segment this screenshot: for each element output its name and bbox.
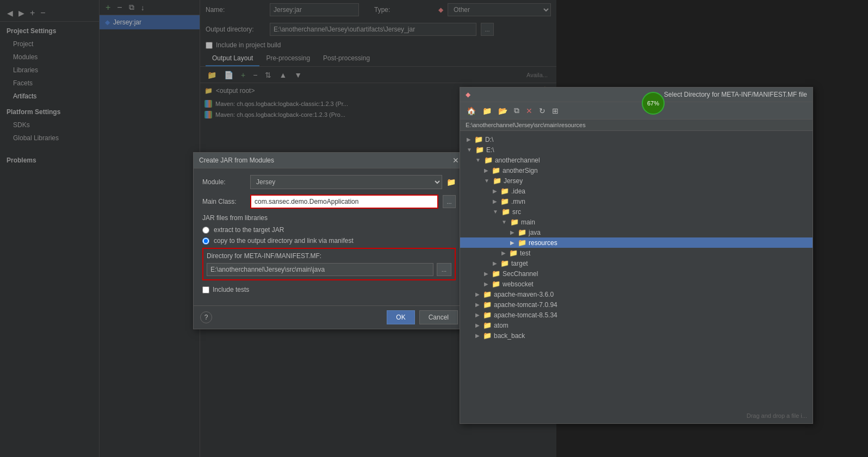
dir-input[interactable] — [207, 263, 433, 276]
cancel-btn[interactable]: Cancel — [419, 310, 458, 324]
create-jar-dialog-title: Create JAR from Modules ✕ — [194, 153, 464, 168]
arrow-right-icon: ▶ — [475, 322, 480, 328]
radio-copy-row: copy to the output directory and link vi… — [202, 237, 456, 245]
dir-home-btn[interactable]: 🏠 — [464, 105, 478, 116]
directory-section: Directory for META-INF/MANIFEST.MF: ... — [202, 248, 456, 280]
extract-radio[interactable] — [202, 227, 209, 234]
dir-expand-btn[interactable]: ⊞ — [550, 105, 561, 116]
arrow-right-icon: ▶ — [493, 198, 497, 204]
dir-tree: ▶ 📁 D:\ ▼ 📁 E:\ ▼ 📁 anotherchannel — [460, 131, 813, 414]
jar-files-label: JAR files from libraries — [202, 214, 456, 222]
include-tests-checkbox[interactable] — [202, 286, 209, 293]
tree-item-back-back[interactable]: ▶ 📁 back_back — [460, 330, 813, 341]
arrow-down-icon: ▼ — [484, 178, 489, 184]
include-tests-row: Include tests — [202, 286, 456, 293]
folder-icon: 📁 — [510, 218, 519, 226]
select-dir-dialog: ◆ Select Directory for META-INF/MANIFEST… — [460, 87, 813, 424]
arrow-right-icon: ▶ — [475, 302, 480, 308]
folder-icon: 📁 — [492, 270, 500, 278]
main-class-label: Main Class: — [202, 198, 246, 205]
dir-browse-btn[interactable]: ... — [437, 263, 451, 276]
tree-item-main[interactable]: ▼ 📁 main — [460, 217, 813, 227]
arrow-right-icon: ▶ — [493, 260, 497, 266]
tree-item-websocket[interactable]: ▶ 📁 websocket — [460, 279, 813, 289]
dir-delete-btn[interactable]: ✕ — [524, 105, 535, 116]
tree-item-apache-tomcat-7[interactable]: ▶ 📁 apache-tomcat-7.0.94 — [460, 299, 813, 310]
folder-icon: 📁 — [475, 146, 484, 154]
tree-item-apache-tomcat-8[interactable]: ▶ 📁 apache-tomcat-8.5.34 — [460, 310, 813, 320]
ok-btn[interactable]: OK — [387, 310, 414, 324]
progress-indicator: 67% — [640, 90, 667, 117]
tree-item-anothersign[interactable]: ▶ 📁 anotherSign — [460, 165, 813, 176]
folder-icon: 📁 — [483, 321, 492, 329]
arrow-right-icon: ▶ — [510, 229, 514, 235]
folder-icon: 📁 — [518, 228, 526, 236]
drag-drop-hint: Drag and drop a file i... — [747, 412, 807, 419]
copy-radio[interactable] — [202, 237, 209, 245]
tree-item-resources[interactable]: ▶ 📁 resources — [460, 237, 813, 248]
module-row: Module: Jersey 📁 — [202, 175, 456, 189]
arrow-right-icon: ▶ — [475, 333, 480, 339]
folder-icon: 📁 — [474, 135, 483, 143]
arrow-right-icon: ▶ — [475, 312, 480, 318]
dir-new-folder-btn[interactable]: 📂 — [496, 105, 510, 116]
folder-icon: 📁 — [500, 259, 509, 267]
folder-icon: 📁 — [484, 156, 493, 164]
arrow-right-icon: ▶ — [475, 291, 480, 297]
tree-item-apache-maven[interactable]: ▶ 📁 apache-maven-3.6.0 — [460, 289, 813, 299]
tree-item-atom[interactable]: ▶ 📁 atom — [460, 320, 813, 330]
radio-extract-row: extract to the target JAR — [202, 226, 456, 234]
extract-radio-label: extract to the target JAR — [214, 226, 284, 234]
main-class-row: Main Class: ... — [202, 195, 456, 209]
help-btn[interactable]: ? — [200, 311, 212, 323]
folder-icon: 📁 — [509, 249, 518, 257]
arrow-down-icon: ▼ — [467, 147, 472, 153]
tree-item-mvn[interactable]: ▶ 📁 .mvn — [460, 196, 813, 206]
tree-item-test[interactable]: ▶ 📁 test — [460, 248, 813, 258]
tree-item-anotherchannel[interactable]: ▼ 📁 anotherchannel — [460, 155, 813, 165]
folder-icon: 📁 — [483, 331, 492, 340]
dir-section-label: Directory for META-INF/MANIFEST.MF: — [207, 252, 451, 260]
create-jar-dialog-footer: ? OK Cancel — [194, 305, 464, 329]
select-dir-toolbar: 🏠 📁 📂 ⧉ ✕ ↻ ⊞ — [460, 102, 813, 120]
tree-item-d[interactable]: ▶ 📁 D:\ — [460, 134, 813, 145]
dir-input-row: ... — [207, 263, 451, 276]
folder-icon: 📁 — [501, 208, 510, 216]
tree-item-src[interactable]: ▼ 📁 src — [460, 206, 813, 217]
dir-refresh-btn[interactable]: ↻ — [537, 105, 548, 116]
main-class-browse-btn[interactable]: ... — [443, 195, 456, 208]
folder-icon: 📁 — [500, 187, 509, 195]
folder-icon: 📁 — [483, 311, 492, 319]
create-jar-dialog: Create JAR from Modules ✕ Module: Jersey… — [193, 152, 465, 329]
folder-icon: 📁 — [518, 239, 526, 247]
tree-item-java[interactable]: ▶ 📁 java — [460, 227, 813, 237]
tree-item-secchannel[interactable]: ▶ 📁 SecChannel — [460, 268, 813, 279]
arrow-down-icon: ▼ — [501, 219, 507, 225]
tree-item-e[interactable]: ▼ 📁 E:\ — [460, 145, 813, 155]
tree-item-target[interactable]: ▶ 📁 target — [460, 258, 813, 268]
tree-item-idea[interactable]: ▶ 📁 .idea — [460, 186, 813, 196]
folder-icon: 📁 — [483, 290, 492, 298]
arrow-right-icon: ▶ — [484, 271, 488, 277]
module-folder-icon: 📁 — [447, 178, 456, 186]
dir-copy-btn[interactable]: ⧉ — [512, 105, 522, 116]
arrow-down-icon: ▼ — [493, 209, 498, 215]
arrow-right-icon: ▶ — [501, 250, 506, 256]
folder-icon: 📁 — [492, 280, 500, 288]
tree-item-jersey[interactable]: ▼ 📁 Jersey — [460, 176, 813, 186]
main-class-input[interactable] — [250, 195, 438, 209]
dir-folder-btn[interactable]: 📁 — [480, 105, 494, 116]
module-select[interactable]: Jersey — [250, 175, 442, 189]
include-tests-label: Include tests — [213, 286, 249, 293]
arrow-right-icon: ▶ — [484, 281, 488, 287]
dir-path-bar: E:\anotherchannel\Jersey\src\main\resour… — [460, 120, 813, 131]
arrow-right-icon: ▶ — [493, 188, 497, 194]
module-label: Module: — [202, 178, 246, 186]
create-jar-close-btn[interactable]: ✕ — [452, 156, 459, 165]
copy-radio-label: copy to the output directory and link vi… — [214, 237, 354, 245]
folder-icon: 📁 — [500, 197, 509, 205]
arrow-right-icon: ▶ — [484, 167, 488, 173]
dialog-overlay: Create JAR from Modules ✕ Module: Jersey… — [0, 0, 868, 457]
create-jar-dialog-body: Module: Jersey 📁 Main Class: ... JAR fil… — [194, 168, 464, 305]
folder-icon: 📁 — [493, 177, 501, 185]
